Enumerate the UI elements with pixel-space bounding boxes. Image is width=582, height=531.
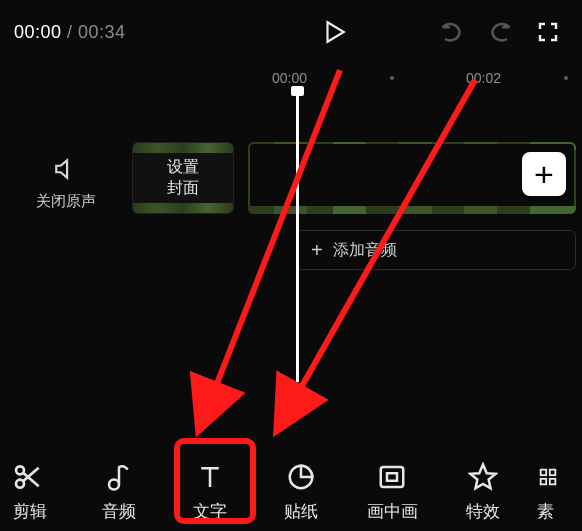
svg-point-0 — [16, 466, 24, 474]
track-area: 关闭原声 设置 封面 + + 添加音频 — [0, 98, 582, 378]
tool-sticker[interactable]: 贴纸 — [264, 460, 338, 523]
plus-icon: + — [311, 239, 323, 262]
time-display: 00:00 / 00:34 — [14, 22, 126, 43]
svg-rect-6 — [541, 470, 547, 476]
cover-label: 设置 封面 — [167, 157, 199, 199]
text-icon — [193, 460, 227, 494]
add-audio-button[interactable]: + 添加音频 — [296, 230, 576, 270]
undo-icon — [438, 18, 466, 46]
svg-rect-7 — [550, 470, 556, 476]
star-icon — [466, 460, 500, 494]
speaker-icon — [51, 156, 81, 186]
ruler-dot — [390, 76, 394, 80]
tool-edit[interactable]: 剪辑 — [11, 460, 55, 523]
fullscreen-icon — [536, 20, 560, 44]
sticker-icon — [284, 460, 318, 494]
time-current: 00:00 — [14, 22, 62, 42]
tool-effect[interactable]: 特效 — [446, 460, 520, 523]
ruler-tick-1: 00:02 — [466, 70, 501, 86]
tool-label: 剪辑 — [11, 500, 47, 523]
redo-button[interactable] — [480, 12, 520, 52]
tool-pip[interactable]: 画中画 — [355, 460, 429, 523]
grid-icon — [537, 460, 559, 494]
set-cover-button[interactable]: 设置 封面 — [132, 142, 234, 214]
svg-rect-9 — [550, 479, 556, 485]
tool-label: 贴纸 — [284, 500, 318, 523]
music-note-icon — [102, 460, 136, 494]
svg-rect-5 — [387, 473, 397, 481]
pip-icon — [375, 460, 409, 494]
play-icon — [321, 19, 347, 45]
tool-label: 文字 — [193, 500, 227, 523]
playhead[interactable] — [296, 92, 299, 382]
scissors-icon — [11, 460, 45, 494]
bottom-toolbar: 剪辑 音频 文字 贴纸 画中画 特效 素 — [0, 454, 582, 529]
ruler-tick-0: 00:00 — [272, 70, 307, 86]
svg-rect-4 — [381, 467, 404, 487]
time-sep: / — [67, 22, 78, 42]
tool-text[interactable]: 文字 — [173, 460, 247, 523]
time-total: 00:34 — [78, 22, 126, 42]
undo-button[interactable] — [432, 12, 472, 52]
tool-label: 画中画 — [367, 500, 418, 523]
mute-original-button[interactable]: 关闭原声 — [6, 156, 126, 211]
top-bar: 00:00 / 00:34 — [0, 0, 582, 62]
tool-label: 音频 — [102, 500, 136, 523]
svg-rect-8 — [541, 479, 547, 485]
fullscreen-button[interactable] — [528, 12, 568, 52]
svg-point-2 — [109, 480, 119, 490]
svg-point-1 — [16, 480, 24, 488]
tool-audio[interactable]: 音频 — [82, 460, 156, 523]
add-audio-label: 添加音频 — [333, 240, 397, 261]
tool-label: 特效 — [466, 500, 500, 523]
tool-more[interactable]: 素 — [537, 460, 571, 523]
ruler-dot — [564, 76, 568, 80]
mute-label: 关闭原声 — [36, 192, 96, 211]
plus-icon: + — [534, 155, 554, 194]
play-button[interactable] — [314, 12, 354, 52]
redo-icon — [486, 18, 514, 46]
add-clip-button[interactable]: + — [522, 152, 566, 196]
tool-label: 素 — [537, 500, 554, 523]
